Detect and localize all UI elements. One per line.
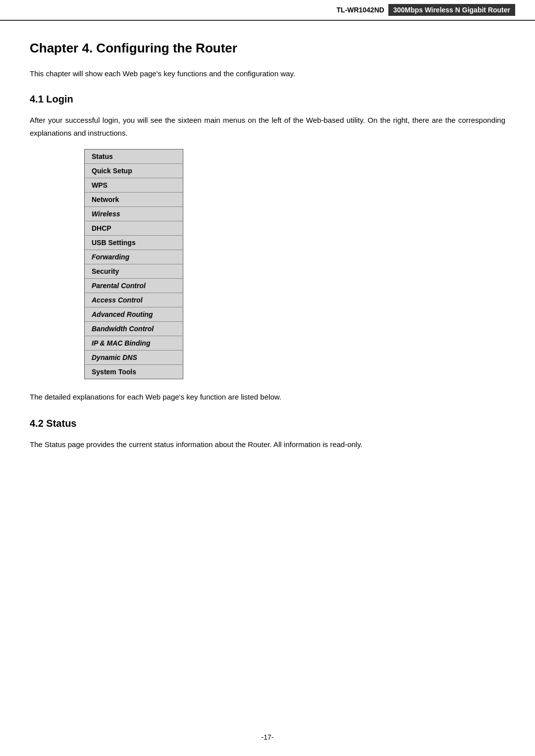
- menu-item: Forwarding: [85, 250, 183, 264]
- page-content: Chapter 4. Configuring the Router This c…: [0, 21, 535, 495]
- section-41: 4.1 Login After your successful login, y…: [30, 94, 505, 403]
- header: TL-WR1042ND 300Mbps Wireless N Gigabit R…: [0, 0, 535, 21]
- section-42-title: 4.2 Status: [30, 418, 505, 429]
- section-42: 4.2 Status The Status page provides the …: [30, 418, 505, 451]
- menu-item: Parental Control: [85, 279, 183, 293]
- header-description: 300Mbps Wireless N Gigabit Router: [388, 4, 515, 16]
- section-41-subtitle: After your successful login, you will se…: [30, 114, 505, 139]
- section-41-title: 4.1 Login: [30, 94, 505, 105]
- menu-item: System Tools: [85, 365, 183, 379]
- menu-item: IP & MAC Binding: [85, 336, 183, 351]
- page-footer: -17-: [0, 733, 535, 741]
- menu-item: Access Control: [85, 293, 183, 307]
- menu-item: Dynamic DNS: [85, 351, 183, 365]
- page-number: -17-: [262, 733, 274, 741]
- menu-item: Security: [85, 264, 183, 279]
- chapter-intro: This chapter will show each Web page's k…: [30, 68, 505, 80]
- menu-item: Quick Setup: [85, 164, 183, 178]
- navigation-menu: StatusQuick SetupWPSNetworkWirelessDHCPU…: [84, 149, 183, 379]
- menu-item: WPS: [85, 178, 183, 193]
- menu-item: Wireless: [85, 207, 183, 221]
- menu-item: Advanced Routing: [85, 307, 183, 322]
- menu-item: USB Settings: [85, 236, 183, 250]
- chapter-title: Chapter 4. Configuring the Router: [30, 41, 505, 56]
- section-42-text: The Status page provides the current sta…: [30, 438, 505, 451]
- menu-item: DHCP: [85, 221, 183, 236]
- after-menu-text: The detailed explanations for each Web p…: [30, 391, 505, 403]
- menu-item: Bandwidth Control: [85, 322, 183, 336]
- header-model: TL-WR1042ND: [336, 6, 384, 14]
- menu-item: Network: [85, 193, 183, 207]
- menu-item: Status: [85, 150, 183, 164]
